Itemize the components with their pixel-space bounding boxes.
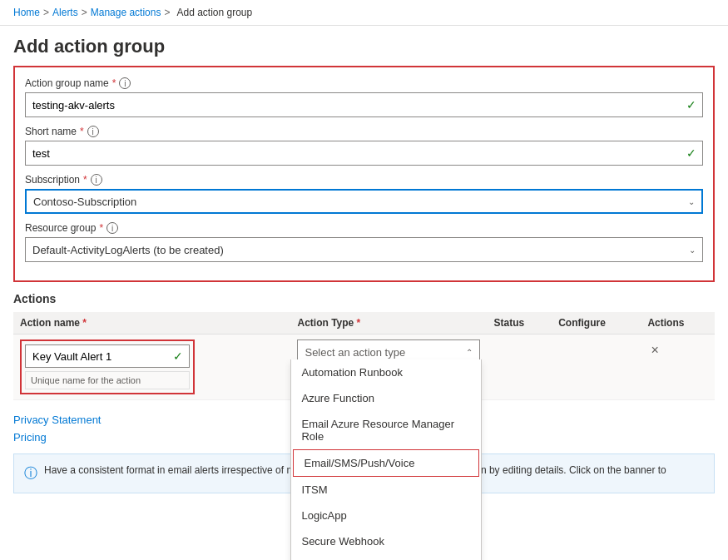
short-name-input-wrapper: ✓ <box>25 141 703 166</box>
table-row: ✓ Unique name for the action Select an a… <box>13 335 715 400</box>
status-cell <box>487 335 552 400</box>
action-group-name-check-icon: ✓ <box>686 98 696 112</box>
col-actions: Actions <box>641 312 715 335</box>
actions-section: Actions Action name * Action Type * Stat… <box>13 292 715 493</box>
option-email-arm-role[interactable]: Email Azure Resource Manager Role <box>291 411 481 449</box>
breadcrumb-manage-actions[interactable]: Manage actions <box>91 7 161 18</box>
breadcrumb-current: Add action group <box>176 7 252 18</box>
actions-table: Action name * Action Type * Status Confi… <box>13 312 715 400</box>
option-secure-webhook[interactable]: Secure Webhook <box>291 528 481 554</box>
option-logicapp[interactable]: LogicApp <box>291 503 481 528</box>
option-itsm[interactable]: ITSM <box>291 477 481 503</box>
short-name-check-icon: ✓ <box>686 146 696 160</box>
col-action-name: Action name * <box>13 312 290 335</box>
option-webhook[interactable]: Webhook <box>291 554 481 560</box>
subscription-label: Subscription * i <box>25 174 703 186</box>
option-email-sms-push-voice[interactable]: Email/SMS/Push/Voice <box>293 449 479 477</box>
option-automation-runbook[interactable]: Automation Runbook <box>291 359 481 385</box>
actions-section-label: Actions <box>13 292 715 305</box>
short-name-field: Short name * i ✓ <box>25 126 703 166</box>
page-title: Add action group <box>0 26 728 66</box>
action-group-name-label: Action group name * i <box>25 77 703 89</box>
action-group-name-input-wrapper: ✓ <box>25 92 703 117</box>
actions-cell: × <box>641 335 715 400</box>
breadcrumb-home[interactable]: Home <box>13 7 40 18</box>
option-azure-function[interactable]: Azure Function <box>291 385 481 411</box>
action-type-menu: Automation Runbook Azure Function Email … <box>290 359 482 560</box>
action-name-hint: Unique name for the action <box>25 371 190 389</box>
short-name-info-icon[interactable]: i <box>87 126 99 137</box>
configure-cell <box>552 335 641 400</box>
resource-group-label: Resource group * i <box>25 222 703 234</box>
action-name-check-icon: ✓ <box>173 349 183 363</box>
info-banner-icon: ⓘ <box>24 465 37 483</box>
resource-group-dropdown[interactable]: Default-ActivityLogAlerts (to be created… <box>25 237 703 262</box>
action-group-name-input[interactable] <box>25 92 703 117</box>
action-group-name-info-icon[interactable]: i <box>119 77 131 89</box>
subscription-field: Subscription * i Contoso-Subscription ⌄ <box>25 174 703 214</box>
action-type-placeholder: Select an action type <box>305 346 405 359</box>
action-name-cell: ✓ Unique name for the action <box>13 335 290 400</box>
action-type-chevron-icon: ⌃ <box>466 348 473 357</box>
action-name-bordered-cell: ✓ Unique name for the action <box>20 339 195 394</box>
short-name-input[interactable] <box>25 141 703 166</box>
resource-group-info-icon[interactable]: i <box>106 222 118 234</box>
resource-group-field: Resource group * i Default-ActivityLogAl… <box>25 222 703 262</box>
delete-action-button[interactable]: × <box>647 339 661 361</box>
action-type-cell: Select an action type ⌃ Automation Runbo… <box>290 335 487 400</box>
resource-group-chevron-icon: ⌄ <box>689 245 696 255</box>
subscription-dropdown[interactable]: Contoso-Subscription ⌄ <box>25 189 703 214</box>
short-name-label: Short name * i <box>25 126 703 137</box>
col-status: Status <box>487 312 552 335</box>
subscription-value: Contoso-Subscription <box>33 196 136 208</box>
col-action-type: Action Type * <box>290 312 487 335</box>
resource-group-value: Default-ActivityLogAlerts (to be created… <box>32 244 224 256</box>
breadcrumb-alerts[interactable]: Alerts <box>52 7 78 18</box>
action-group-name-field: Action group name * i ✓ <box>25 77 703 117</box>
action-name-input[interactable] <box>25 344 190 368</box>
action-group-form-section: Action group name * i ✓ Short name * i ✓ <box>13 66 715 282</box>
col-configure: Configure <box>552 312 641 335</box>
subscription-info-icon[interactable]: i <box>91 174 102 186</box>
subscription-chevron-icon: ⌄ <box>688 197 695 206</box>
breadcrumb: Home > Alerts > Manage actions > Add act… <box>0 0 728 26</box>
